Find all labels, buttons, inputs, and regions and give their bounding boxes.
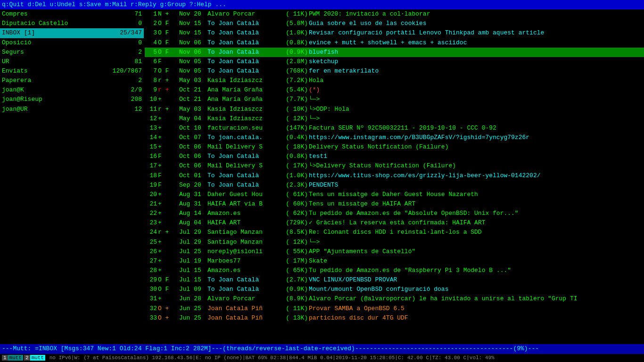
msg-flags: r + — [158, 228, 179, 237]
table-row[interactable]: 32O +Jun 25Joan Catala Piñ( 11K)Provar S… — [145, 304, 644, 313]
msg-size: ( 62K) — [283, 209, 309, 218]
msg-subject: └─> — [309, 95, 644, 104]
msg-subject: Mount/umount OpenBSD configuració doas — [309, 285, 644, 294]
msg-date: Oct 07 — [179, 133, 207, 142]
sidebar-item[interactable]: Enviats120/7867 — [0, 66, 144, 76]
keybind-bar: q:Quit d:Del u:Undel s:Save m:Mail r:Rep… — [0, 0, 644, 9]
taskbar-tab-2[interactable]: 2mutt — [24, 354, 45, 362]
folder-count: 2 — [138, 76, 142, 85]
table-row[interactable]: 10+Oct 21Ana María Graña(7.7K)└─> — [145, 95, 644, 104]
msg-flags: N + — [158, 9, 179, 19]
table-row[interactable]: 2O FNov 15To Joan Català(5.8M)Guia sobre… — [145, 19, 644, 28]
status-bar: ---Mutt: =INBOX [Msgs:347 New:1 Old:24 F… — [0, 344, 644, 354]
sidebar-item[interactable]: Segurs2 — [0, 48, 144, 57]
table-row[interactable]: 18FOct 01To Joan Català(1.0K)https://www… — [145, 171, 644, 181]
folder-name: Diputacio Castello — [2, 19, 68, 28]
folder-count: 208 — [131, 95, 142, 104]
table-row[interactable]: 12+May 04Kasia Idziaszcz( 12K)└─> — [145, 114, 644, 123]
sidebar-item[interactable]: INBOX [1]25/347 — [0, 28, 144, 38]
msg-sender: Mail Delivery S — [207, 161, 283, 171]
msg-sender: To Joan Català — [207, 66, 283, 76]
msg-subject: Alvaro Porcar (@alvaroporcar) le ha invi… — [309, 294, 644, 304]
msg-num: 28 — [145, 266, 158, 275]
table-row[interactable]: 7O FNov 05To Joan Català(768K)fer en met… — [145, 66, 644, 76]
folder-name: Oposició — [2, 38, 31, 48]
msg-date: Nov 06 — [179, 48, 207, 57]
table-row[interactable]: 20+Aug 31Daher Guest Hou( 61K)Tens un mi… — [145, 190, 644, 199]
table-row[interactable]: 27+Jul 19Marboes77( 17M)Skate — [145, 256, 644, 266]
msg-num: 24 — [145, 228, 158, 237]
msg-flags: r + — [158, 85, 179, 95]
msg-subject: Tu pedido de Amazon.es de "Raspberry Pi … — [309, 266, 644, 275]
msg-sender: To Joan Català — [207, 28, 283, 38]
msg-sender: Santiago Manzan — [207, 238, 283, 247]
table-row[interactable]: 4O FNov 06To Joan Català(0.8K)evince + m… — [145, 38, 644, 48]
table-row[interactable]: 1N +Nov 20Alvaro Porcar( 11K)PWM 2020: i… — [145, 9, 644, 19]
msg-num: 17 — [145, 161, 158, 171]
msg-num: 21 — [145, 199, 158, 209]
msg-subject: Re: Clonant discs HDD i reinstal·lant-lo… — [309, 228, 644, 237]
msg-flags: O F — [158, 19, 179, 28]
sidebar-item[interactable]: UR81 — [0, 57, 144, 66]
msg-num: 13 — [145, 123, 158, 133]
table-row[interactable]: 22+Aug 14Amazon.es( 62K)Tu pedido de Ama… — [145, 209, 644, 218]
table-row[interactable]: 3O FNov 15To Joan Català(1.0K)Revisar co… — [145, 28, 644, 38]
table-row[interactable]: 30O FJul 09To Joan Català(0.9K)Mount/umo… — [145, 285, 644, 294]
table-row[interactable]: 24r +Jul 29Santiago Manzan(8.5K)Re: Clon… — [145, 228, 644, 237]
msg-subject: Tu pedido de Amazon.es de "Absolute Open… — [309, 209, 644, 218]
sidebar-item[interactable]: Compres71 — [0, 9, 144, 19]
taskbar-info: no IPv6|W: (7 at PaisosCatalans) 192.168… — [46, 355, 495, 361]
folder-count: 12 — [134, 105, 142, 114]
msg-subject: └─> — [309, 114, 644, 123]
msg-sender: Mail Delivery S — [207, 142, 283, 152]
table-row[interactable]: 19FSep 20To Joan Català(2.3K)PENDENTS — [145, 181, 644, 190]
msg-size: ( 12K) — [283, 238, 309, 247]
sidebar-item[interactable]: Oposició0 — [0, 38, 144, 48]
msg-size: (0.9K) — [283, 285, 309, 294]
table-row[interactable]: 31+Jun 28Alvaro Porcar(8.9K)Alvaro Porca… — [145, 294, 644, 304]
msg-size: ( 17M) — [283, 256, 309, 266]
table-row[interactable]: 29O FJul 15To Joan Català(2.7K)VNC LINUX… — [145, 275, 644, 285]
table-row[interactable]: 33O +Jun 25Joan Catala Piñ( 13K)particio… — [145, 313, 644, 323]
sidebar-item[interactable]: joan@K2/9 — [0, 85, 144, 95]
table-row[interactable]: 16FOct 06To Joan Català(0.8K)test1 — [145, 152, 644, 161]
msg-flags: + — [158, 209, 179, 218]
msg-flags: O F — [158, 38, 179, 48]
msg-date: Jul 19 — [179, 256, 207, 266]
msg-sender: To Joan Català — [207, 285, 283, 294]
msg-num: 4 — [145, 38, 158, 48]
msg-size: (1.0K) — [283, 28, 309, 38]
taskbar-tab-1[interactable]: 1mutt — [2, 354, 23, 362]
sidebar-item[interactable]: Diputacio Castello0 — [0, 19, 144, 28]
table-row[interactable]: 25+Jul 29Santiago Manzan( 12K)└─> — [145, 238, 644, 247]
msg-num: 33 — [145, 313, 158, 323]
sidebar-item[interactable]: joan@Riseup208 — [0, 95, 144, 104]
msg-size: (7.7K) — [283, 95, 309, 104]
msg-subject: └─> — [309, 238, 644, 247]
sidebar-item[interactable]: Paperera2 — [0, 76, 144, 85]
table-row[interactable]: 5O FNov 06To Joan Català(0.9K)bluefish — [145, 48, 644, 57]
table-row[interactable]: 21+Aug 31HAIFA ART via B( 60K)Tens un mi… — [145, 199, 644, 209]
table-row[interactable]: 26+Jul 25noreply@islonli( 55K)APP "Ajunt… — [145, 247, 644, 256]
table-row[interactable]: 13+Oct 10facturacion.seu(147K)Factura SE… — [145, 123, 644, 133]
msg-date: Jul 15 — [179, 266, 207, 275]
table-row[interactable]: 6FNov 05To Joan Català(2.8M)sketchup — [145, 57, 644, 66]
table-row[interactable]: 14+Oct 07To joan.catala.(0.4K)https://ww… — [145, 133, 644, 142]
msg-date: Oct 06 — [179, 142, 207, 152]
table-row[interactable]: 23+Aug 04HAIFA ART(729K)✓ Gràcies! La re… — [145, 218, 644, 228]
table-row[interactable]: 8r +May 03Kasia Idziaszcz(7.2K)Hola — [145, 76, 644, 85]
msg-size: (8.9K) — [283, 294, 309, 304]
msg-date: Jul 09 — [179, 285, 207, 294]
msg-subject: Tens un missatge de Daher Guest House Na… — [309, 190, 644, 199]
msg-num: 10 — [145, 95, 158, 104]
sidebar-item[interactable]: joan@UR12 — [0, 105, 144, 114]
folder-name: joan@Riseup — [2, 95, 42, 104]
table-row[interactable]: 28+Jul 15Amazon.es( 65K)Tu pedido de Ama… — [145, 266, 644, 275]
table-row[interactable]: 17+Oct 06Mail Delivery S( 17K)└>Delivery… — [145, 161, 644, 171]
folder-count: 81 — [134, 57, 142, 66]
msg-subject: test1 — [309, 152, 644, 161]
table-row[interactable]: 15+Oct 06Mail Delivery S( 18K)Delivery S… — [145, 142, 644, 152]
table-row[interactable]: 11r +May 03Kasia Idziaszcz( 10K)└>ODP: H… — [145, 105, 644, 114]
message-list[interactable]: 1N +Nov 20Alvaro Porcar( 11K)PWM 2020: i… — [144, 9, 644, 344]
table-row[interactable]: 9r +Oct 21Ana María Graña(5.4K)(*) — [145, 85, 644, 95]
